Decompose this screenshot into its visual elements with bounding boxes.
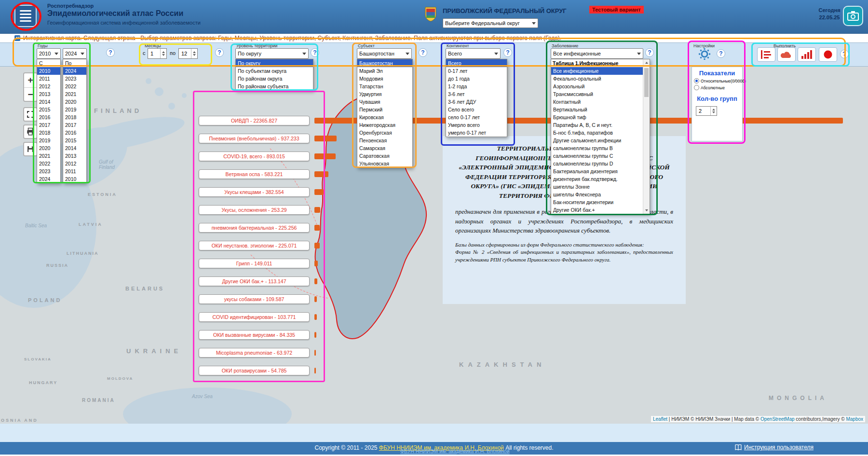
disease-stat-button[interactable]: Укусы клещами - 382.554	[199, 187, 310, 197]
subject-option[interactable]: Нижегородская	[357, 121, 412, 129]
territory-select[interactable]: По округу	[235, 48, 309, 59]
year-option[interactable]: 2010	[63, 175, 86, 183]
org-link-ghost[interactable]: ФБУН ННИИЭМ им. академика И.Н. Блохиной	[400, 448, 510, 454]
subject-option[interactable]: Марий Эл	[357, 67, 412, 75]
contingent-option[interactable]: умерло 0-17 лет	[446, 129, 507, 137]
contingent-option[interactable]: Село всего	[446, 106, 507, 113]
year-option[interactable]: 2013	[63, 152, 86, 160]
relative-radio[interactable]	[694, 78, 699, 83]
contingent-option[interactable]: 0-17 лет	[446, 67, 507, 75]
screenshot-camera-button[interactable]	[843, 6, 863, 26]
year-option[interactable]: 2020	[37, 144, 60, 152]
year-option[interactable]: 2022	[37, 160, 60, 167]
disease-stat-button[interactable]: укусы собаками - 109.587	[199, 294, 310, 304]
month-from-input[interactable]: 1	[148, 48, 167, 59]
disease-option[interactable]: Контактный	[551, 98, 643, 106]
year-option[interactable]: 2012	[37, 83, 60, 90]
year-option[interactable]: 2012	[63, 160, 86, 167]
year-option[interactable]: 2023	[37, 167, 60, 175]
disease-option[interactable]: Паратифы А, В, С и неут.	[551, 121, 643, 129]
zoom-in-button[interactable]: +	[24, 73, 37, 87]
year-option[interactable]: 2024	[63, 67, 86, 75]
print-button[interactable]	[23, 124, 38, 139]
disease-option[interactable]: шигеллы Зонне	[551, 183, 643, 191]
disease-option[interactable]: сальмонеллезы группы С	[551, 152, 643, 160]
year-option[interactable]: 2016	[63, 129, 86, 137]
month-to-input[interactable]: 12	[178, 48, 198, 59]
disease-stat-button[interactable]: пневмония бактериальная - 225.256	[199, 223, 310, 233]
year-option[interactable]: 2020	[63, 98, 86, 106]
disease-option[interactable]: Вертикальный	[551, 106, 643, 113]
subject-option[interactable]: Ульяновская	[357, 160, 412, 167]
territory-option[interactable]: По районам округа	[236, 75, 313, 83]
year-option[interactable]: С	[37, 59, 60, 67]
year-option[interactable]: 2023	[63, 75, 86, 83]
execute-cloud-button[interactable]	[777, 47, 796, 62]
territory-help-button[interactable]: ?	[311, 48, 319, 57]
disease-stat-button[interactable]: Другие ОКИ бак.+ - 113.147	[199, 276, 310, 286]
disease-option[interactable]: Бактериальная дизентерия	[551, 167, 643, 175]
year-option[interactable]: По	[63, 59, 86, 67]
months-help-button[interactable]: ?	[215, 48, 224, 57]
disease-option[interactable]: Другие ОКИ бак.+	[551, 206, 643, 214]
contingent-option[interactable]: село 0-17 лет	[446, 113, 507, 121]
year-option[interactable]: 2022	[63, 83, 86, 90]
subject-option[interactable]: Татарстан	[357, 83, 412, 90]
subject-option[interactable]: Удмуртия	[357, 90, 412, 98]
execute-chart-button[interactable]	[798, 47, 816, 62]
year-option[interactable]: 2015	[63, 137, 86, 144]
user-manual-link[interactable]: Инструкция пользователя	[735, 444, 814, 451]
spinner-icon[interactable]	[160, 49, 166, 58]
territory-option[interactable]: По районам субъекта	[236, 83, 313, 90]
spinner-icon[interactable]	[710, 107, 717, 115]
year-option[interactable]: 2014	[63, 144, 86, 152]
years-help-button[interactable]: ?	[106, 48, 115, 57]
scrollbar[interactable]	[643, 59, 650, 214]
disease-stat-button[interactable]: Micoplasma pneumoniae - 63.972	[199, 348, 310, 358]
year-from-select[interactable]: 2010	[37, 48, 61, 59]
disease-option[interactable]: Бак-носители дизентерии	[551, 198, 643, 206]
scrollbar-thumb[interactable]	[644, 68, 649, 97]
scroll-down-icon[interactable]	[643, 207, 650, 214]
year-option[interactable]: 2018	[37, 129, 60, 137]
disease-option[interactable]: Трансмиссивный	[551, 90, 643, 98]
spinner-icon[interactable]	[191, 49, 197, 58]
year-option[interactable]: 2013	[37, 90, 60, 98]
absolute-radio[interactable]	[694, 85, 699, 90]
mapbox-link[interactable]: Mapbox	[846, 416, 863, 422]
year-option[interactable]: 2016	[37, 113, 60, 121]
leaflet-link[interactable]: Leaflet	[653, 416, 667, 422]
disease-stat-button[interactable]: Грипп - 149.011	[199, 259, 310, 268]
subject-option[interactable]: Самарская	[357, 144, 412, 152]
year-option[interactable]: 2011	[63, 167, 86, 175]
disease-option[interactable]: Аэрозольный	[551, 83, 643, 90]
contingent-option[interactable]: 3-6 лет	[446, 90, 507, 98]
year-option[interactable]: 2015	[37, 106, 60, 113]
contingent-option[interactable]: Умерло всего	[446, 121, 507, 129]
disease-stat-button[interactable]: Пневмония (внебольничная) - 937.233	[199, 134, 310, 143]
disease-stat-button[interactable]: ОКИ вызванные вирусами - 84.335	[199, 330, 310, 340]
year-option[interactable]: 2019	[63, 106, 86, 113]
disease-option[interactable]: шигеллы Флекснера	[551, 191, 643, 198]
disease-option[interactable]: Фекально-оральный	[551, 75, 643, 83]
gear-icon[interactable]	[698, 48, 711, 60]
disease-stat-button[interactable]: COVID-19, всего - 893.015	[199, 152, 310, 161]
subject-option[interactable]: Оренбургская	[357, 129, 412, 137]
osm-link[interactable]: OpenStreetMap	[760, 416, 795, 422]
disease-help-button[interactable]: ?	[645, 48, 654, 57]
year-to-select[interactable]: 2024	[63, 48, 87, 59]
execute-stop-button[interactable]	[819, 47, 837, 62]
contingent-option[interactable]: 1-2 года	[446, 83, 507, 90]
year-option[interactable]: 2010	[37, 67, 60, 75]
territory-option[interactable]: По субъектам округа	[236, 67, 313, 75]
contingent-help-button[interactable]: ?	[503, 48, 512, 57]
disease-stat-button[interactable]: ОИВДП - 22365.827	[199, 116, 310, 125]
subject-option[interactable]: Пермский	[357, 106, 412, 113]
territory-option[interactable]: По округу	[236, 59, 313, 67]
year-option[interactable]: 2014	[37, 98, 60, 106]
disease-option[interactable]: сальмонеллезы группы В	[551, 144, 643, 152]
year-option[interactable]: 2024	[37, 175, 60, 183]
disease-option[interactable]: Все инфекционные	[551, 67, 643, 75]
contingent-select[interactable]: Всего	[446, 48, 501, 59]
disease-option[interactable]: Другие сальмонел.инфекции	[551, 137, 643, 144]
